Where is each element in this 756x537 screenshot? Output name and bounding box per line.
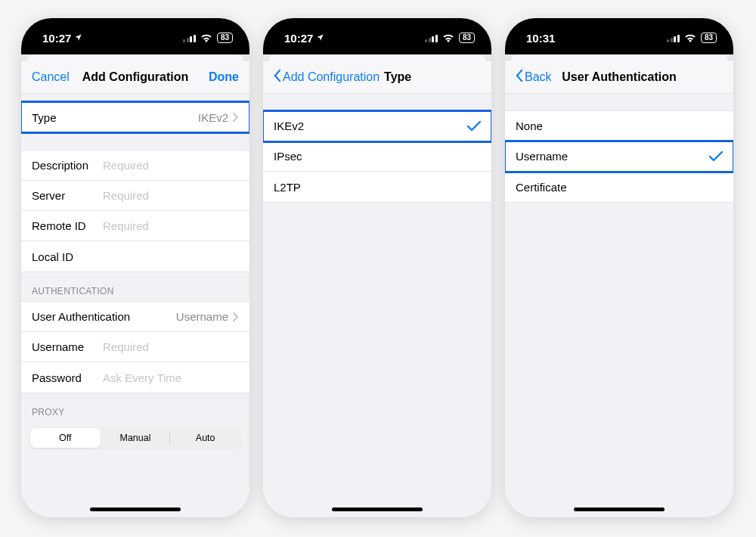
cancel-label: Cancel xyxy=(32,70,70,84)
auth-option-none[interactable]: None xyxy=(505,111,733,141)
status-time: 10:27 xyxy=(284,32,313,45)
cellular-icon xyxy=(183,34,196,42)
type-row[interactable]: Type IKEv2 xyxy=(21,102,249,132)
back-button[interactable]: Back xyxy=(516,70,561,85)
option-label: L2TP xyxy=(274,181,301,194)
content-area: IKEv2 IPsec L2TP xyxy=(263,94,491,517)
home-indicator[interactable] xyxy=(332,508,423,511)
battery-indicator: 83 xyxy=(217,33,233,43)
auth-option-username[interactable]: Username xyxy=(505,141,733,172)
proxy-seg-auto[interactable]: Auto xyxy=(170,428,240,448)
proxy-segmented-control[interactable]: Off Manual Auto xyxy=(29,427,242,449)
type-value: IKEv2 xyxy=(198,111,228,124)
wifi-icon xyxy=(200,33,212,42)
status-bar: 10:27 83 xyxy=(21,18,249,54)
content-area: Type IKEv2 Description Required Server R… xyxy=(21,94,249,517)
home-indicator[interactable] xyxy=(574,508,665,511)
proxy-seg-manual[interactable]: Manual xyxy=(101,428,171,448)
password-label: Password xyxy=(32,371,100,384)
section-header-proxy: Proxy xyxy=(21,393,249,422)
section-header-authentication: Authentication xyxy=(21,272,249,301)
type-option-ipsec[interactable]: IPsec xyxy=(263,141,491,172)
location-icon xyxy=(316,33,324,43)
checkmark-icon xyxy=(709,151,723,162)
password-input[interactable]: Ask Every Time xyxy=(100,371,239,384)
status-time: 10:31 xyxy=(526,32,555,45)
option-label: IKEv2 xyxy=(274,120,304,132)
remote-id-row[interactable]: Remote ID Required xyxy=(21,211,249,241)
back-button[interactable]: Add Configuration xyxy=(274,70,380,85)
auth-option-certificate[interactable]: Certificate xyxy=(505,172,733,202)
chevron-left-icon xyxy=(516,70,523,85)
home-indicator[interactable] xyxy=(90,508,181,511)
username-label: Username xyxy=(32,340,100,353)
wifi-icon xyxy=(684,33,696,42)
server-input[interactable]: Required xyxy=(100,189,239,202)
user-authentication-label: User Authentication xyxy=(32,310,130,323)
local-id-label: Local ID xyxy=(32,250,100,263)
local-id-row[interactable]: Local ID xyxy=(21,241,249,272)
sheet-grabber-area xyxy=(505,54,733,61)
status-bar: 10:27 83 xyxy=(263,18,491,54)
type-option-ikev2[interactable]: IKEv2 xyxy=(263,111,491,141)
option-label: Username xyxy=(516,150,568,163)
cancel-button[interactable]: Cancel xyxy=(32,70,77,84)
back-label: Back xyxy=(525,70,552,84)
option-label: IPsec xyxy=(274,150,302,163)
description-row[interactable]: Description Required xyxy=(21,151,249,181)
content-area: None Username Certificate xyxy=(505,94,733,517)
nav-title: Type xyxy=(380,70,435,84)
location-icon xyxy=(74,33,82,43)
status-time: 10:27 xyxy=(42,32,71,45)
done-button[interactable]: Done xyxy=(194,70,239,84)
type-label: Type xyxy=(32,111,57,124)
sheet-grabber-area xyxy=(263,54,491,61)
nav-bar: Add Configuration Type xyxy=(263,61,491,94)
server-row[interactable]: Server Required xyxy=(21,181,249,211)
phone-type-selection: 10:27 83 Add Configuration Type IKEv2 xyxy=(263,18,491,517)
description-label: Description xyxy=(32,159,100,172)
remote-id-label: Remote ID xyxy=(32,219,100,232)
phone-add-configuration: 10:27 83 Cancel Add Configuration Done T… xyxy=(21,18,249,517)
cellular-icon xyxy=(425,34,438,42)
password-row[interactable]: Password Ask Every Time xyxy=(21,362,249,393)
user-authentication-row[interactable]: User Authentication Username xyxy=(21,302,249,332)
cellular-icon xyxy=(667,34,680,42)
nav-bar: Back User Authentication xyxy=(505,61,733,94)
chevron-right-icon xyxy=(233,113,239,122)
description-input[interactable]: Required xyxy=(100,159,239,172)
wifi-icon xyxy=(442,33,454,42)
server-label: Server xyxy=(32,189,100,202)
user-authentication-value: Username xyxy=(176,310,228,323)
battery-indicator: 83 xyxy=(701,33,717,43)
chevron-left-icon xyxy=(274,70,281,85)
option-label: None xyxy=(516,120,543,132)
remote-id-input[interactable]: Required xyxy=(100,219,239,232)
battery-indicator: 83 xyxy=(459,33,475,43)
chevron-right-icon xyxy=(233,312,239,321)
checkmark-icon xyxy=(467,121,481,132)
status-bar: 10:31 83 xyxy=(505,18,733,54)
option-label: Certificate xyxy=(516,181,567,194)
phone-user-authentication: 10:31 83 Back User Authentication None U… xyxy=(505,18,733,517)
nav-bar: Cancel Add Configuration Done xyxy=(21,61,249,94)
username-input[interactable]: Required xyxy=(100,340,239,353)
username-row[interactable]: Username Required xyxy=(21,332,249,362)
done-label: Done xyxy=(209,70,239,84)
type-option-l2tp[interactable]: L2TP xyxy=(263,172,491,202)
back-label: Add Configuration xyxy=(283,70,380,84)
sheet-grabber-area xyxy=(21,54,249,61)
proxy-seg-off[interactable]: Off xyxy=(30,428,101,448)
